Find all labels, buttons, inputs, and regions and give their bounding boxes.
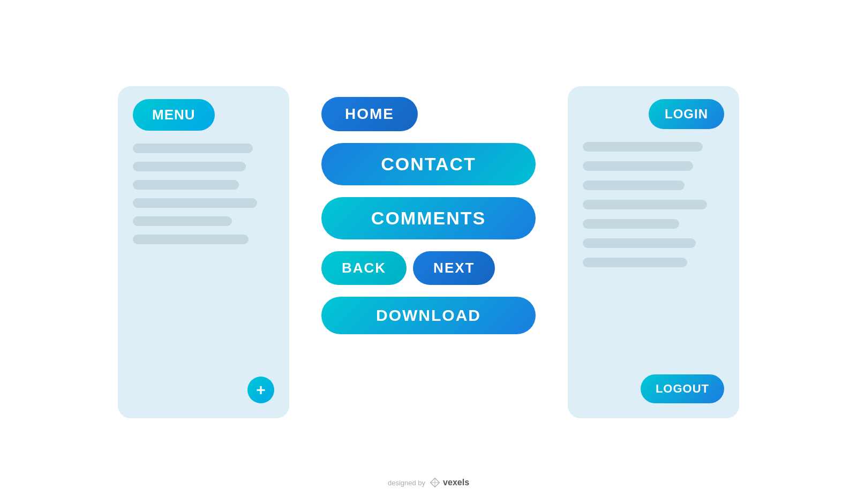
logout-button[interactable]: LOGOUT — [641, 374, 724, 403]
placeholder-line — [133, 198, 257, 208]
center-panel: HOME CONTACT COMMENTS BACK NEXT DOWNLOAD — [321, 86, 536, 334]
right-placeholder-line — [583, 238, 696, 248]
download-button[interactable]: DOWNLOAD — [321, 297, 536, 334]
right-placeholder-line — [583, 180, 685, 190]
right-panel: LOGIN LOGOUT — [568, 86, 739, 418]
left-panel: MENU + — [118, 86, 289, 418]
placeholder-line — [133, 162, 246, 171]
placeholder-line — [133, 180, 239, 190]
designed-by-text: designed by — [388, 479, 425, 487]
back-button[interactable]: BACK — [321, 251, 407, 285]
footer: designed by vexels — [388, 477, 469, 488]
comments-button[interactable]: COMMENTS — [321, 197, 536, 239]
vexels-diamond-icon — [430, 477, 440, 488]
add-button[interactable]: + — [247, 377, 274, 403]
placeholder-line — [133, 144, 253, 153]
vexels-brand-name: vexels — [443, 478, 469, 487]
right-placeholder-line — [583, 200, 707, 209]
right-placeholder-line — [583, 258, 687, 267]
home-button[interactable]: HOME — [321, 97, 418, 131]
menu-button[interactable]: MENU — [133, 99, 215, 131]
contact-button[interactable]: CONTACT — [321, 143, 536, 185]
right-placeholder-line — [583, 161, 693, 171]
placeholder-line — [133, 235, 249, 244]
vexels-logo: vexels — [430, 477, 469, 488]
back-next-row: BACK NEXT — [321, 251, 495, 285]
next-button[interactable]: NEXT — [413, 251, 495, 285]
main-container: MENU + HOME CONTACT COMMENTS BACK NEXT D… — [0, 86, 857, 418]
placeholder-line — [133, 216, 232, 226]
left-placeholder-lines — [133, 144, 274, 364]
right-placeholder-lines — [583, 142, 724, 362]
right-placeholder-line — [583, 219, 679, 229]
login-button[interactable]: LOGIN — [649, 99, 724, 129]
right-placeholder-line — [583, 142, 703, 152]
